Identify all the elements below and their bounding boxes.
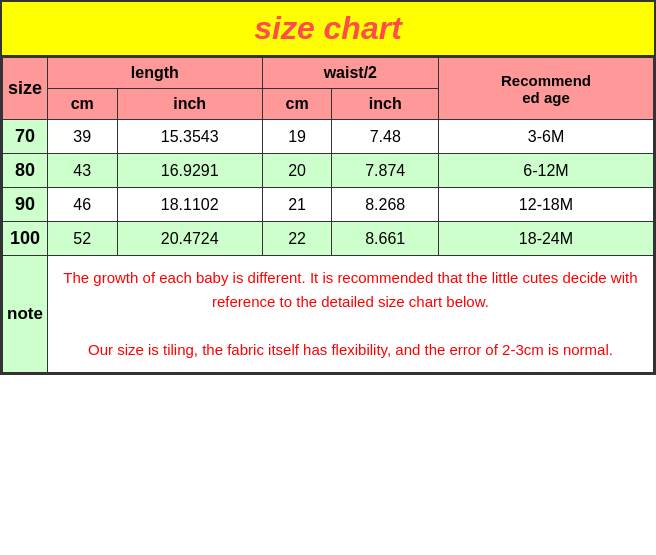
length-inch-100: 20.4724	[117, 222, 262, 256]
waist-cm-90: 21	[262, 188, 332, 222]
waist-cm-70: 19	[262, 120, 332, 154]
size-100: 100	[3, 222, 48, 256]
table-row: 70 39 15.3543 19 7.48 3-6M	[3, 120, 654, 154]
age-100: 18-24M	[438, 222, 653, 256]
length-cm-100: 52	[47, 222, 117, 256]
length-cm-80: 43	[47, 154, 117, 188]
length-cm-90: 46	[47, 188, 117, 222]
waist-cm-100: 22	[262, 222, 332, 256]
size-90: 90	[3, 188, 48, 222]
waist-inch-header: inch	[332, 89, 438, 120]
size-header: size	[3, 58, 48, 120]
waist-header: waist/2	[262, 58, 438, 89]
length-header: length	[47, 58, 262, 89]
note-label: note	[3, 256, 48, 373]
length-inch-70: 15.3543	[117, 120, 262, 154]
age-80: 6-12M	[438, 154, 653, 188]
age-70: 3-6M	[438, 120, 653, 154]
length-inch-90: 18.1102	[117, 188, 262, 222]
waist-cm-80: 20	[262, 154, 332, 188]
length-cm-70: 39	[47, 120, 117, 154]
chart-title: size chart	[2, 2, 654, 57]
waist-inch-90: 8.268	[332, 188, 438, 222]
table-row: 90 46 18.1102 21 8.268 12-18M	[3, 188, 654, 222]
note-content: The growth of each baby is different. It…	[47, 256, 653, 373]
note-text-2: Our size is tiling, the fabric itself ha…	[88, 341, 613, 358]
size-70: 70	[3, 120, 48, 154]
waist-inch-80: 7.874	[332, 154, 438, 188]
table-row: 80 43 16.9291 20 7.874 6-12M	[3, 154, 654, 188]
note-text-1: The growth of each baby is different. It…	[63, 269, 637, 310]
size-80: 80	[3, 154, 48, 188]
table-row: 100 52 20.4724 22 8.661 18-24M	[3, 222, 654, 256]
note-row: note The growth of each baby is differen…	[3, 256, 654, 373]
age-header: Recommended age	[438, 58, 653, 120]
waist-inch-70: 7.48	[332, 120, 438, 154]
length-inch-header: inch	[117, 89, 262, 120]
waist-cm-header: cm	[262, 89, 332, 120]
length-inch-80: 16.9291	[117, 154, 262, 188]
size-chart: size chart size length waist/2 Recommend…	[0, 0, 656, 375]
length-cm-header: cm	[47, 89, 117, 120]
age-90: 12-18M	[438, 188, 653, 222]
waist-inch-100: 8.661	[332, 222, 438, 256]
